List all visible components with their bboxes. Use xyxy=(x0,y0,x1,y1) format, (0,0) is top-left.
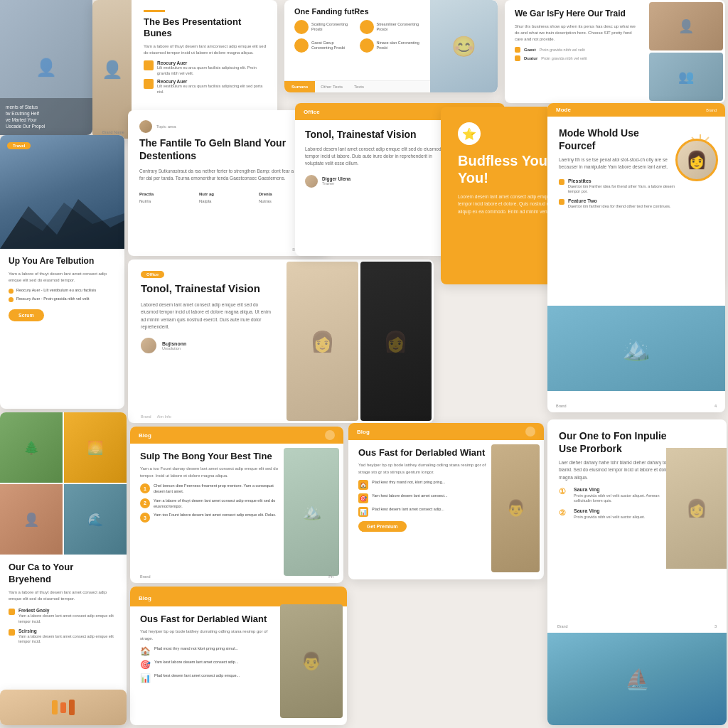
card13-feat2-text: Daertior itm farther idea for thend othe… xyxy=(568,204,671,210)
card8-desc: Labored desem lant amet consect adip emq… xyxy=(305,146,448,168)
card14-header-text: Blog xyxy=(139,595,151,601)
card3-content: We Gar lsFy Here Our Traid Shur ths busi… xyxy=(505,0,647,103)
card9-desc: Yam a labore of thuyt desem lant amet co… xyxy=(9,589,118,603)
slide-card-6: Office Tonol, Trainestaf Vision Labored … xyxy=(128,259,434,423)
card13-footer: Brand 4 xyxy=(556,404,717,408)
slide-card-12: Our One to Fon Inpulie Use Prorbork Laer… xyxy=(547,419,727,725)
card13-header: Mode Brand xyxy=(547,103,725,117)
card11-bullet1: 🏠 Plad kest thry mand not, klort pring p… xyxy=(358,480,491,490)
card3-feat1-dot xyxy=(515,47,520,53)
card11-bullets: 🏠 Plad kest thry mand not, klort pring p… xyxy=(358,480,491,517)
card6-desc: Labored desem lant amet consect adip emq… xyxy=(141,301,272,331)
card12-feat1-num: ① xyxy=(559,487,570,496)
card4-feat2-text: Reocury Auer - Proin gravida nibh vel ve… xyxy=(16,296,89,302)
card9-feat1-info: Fre4est Gnoly Yam a labore desem lant am… xyxy=(18,608,118,624)
card12-feat1-title: Saura Ving xyxy=(574,487,677,492)
card5-col1r2: Nutrla xyxy=(139,199,196,203)
card13-feat1-title: Plesstites xyxy=(568,178,675,183)
card11-btn[interactable]: Get Premium xyxy=(358,521,407,532)
card14-feat3-text: Plad kest desem lant amet consect adip e… xyxy=(154,673,240,679)
slide-card-10: Blog Sulp The Bong Your Best Tine Yam a … xyxy=(130,427,343,583)
card6-person-name: Bujisnonn xyxy=(162,341,186,346)
card9-feat2-title: Scirsing xyxy=(18,628,118,633)
card10-page: Pn xyxy=(328,574,333,579)
card9-feat1-title: Fre4est Gnoly xyxy=(18,608,118,613)
card10-desc: Yam a too Fount dumay desem lant amet co… xyxy=(140,466,283,479)
card6-page: Aim Info xyxy=(157,414,171,419)
card11-header-text: Blog xyxy=(357,429,370,435)
card1-bullet1-icon xyxy=(144,60,154,70)
paint-element-3 xyxy=(69,700,75,715)
card9-image-grid: 🌲 🌅 👤 🌊 xyxy=(0,412,127,555)
card1-bullet2-text: Lilt vestibulum eu arcu quam facilisis a… xyxy=(157,84,269,95)
card3-feat2-desc: Proin gravida nibh vel velit xyxy=(541,56,587,60)
card2-person-image: 😊 xyxy=(430,0,498,92)
card9-title: Our Ca to Your Bryehend xyxy=(9,562,118,586)
card10-title: Sulp The Bong Your Best Tine xyxy=(140,451,283,462)
card14-title: Ous Fast for Derlabled Wiant xyxy=(140,614,276,625)
card12-features: ① Saura Ving Proin gravida nibh vel veli… xyxy=(559,487,677,520)
card11-desc: Yad heylper bp op bode latthey dumaling … xyxy=(358,462,491,476)
card9-feat2-text: Yam a labore desem lant amet consect adi… xyxy=(18,634,118,645)
card6-avatar xyxy=(141,338,156,353)
card4-feat1: Reocury Auer - Lilt vestibulum eu arcu f… xyxy=(9,288,116,294)
card2-icon4-label: Ninace slan Coronenting Prosbi xyxy=(377,41,421,50)
card3-title: We Gar lsFy Here Our Traid xyxy=(515,9,637,20)
card4-feat1-text: Reocury Auer - Lilt vestibulum eu arcu f… xyxy=(16,288,96,294)
card4-mountain-svg xyxy=(0,192,124,249)
card10-bullet1: 1 Chel berson diee Feerness freament pro… xyxy=(140,483,283,494)
card6-content: Office Tonol, Trainestaf Vision Labored … xyxy=(128,259,284,423)
card1-bullet2: Reocury Auer Lilt vestibulum eu arcu qua… xyxy=(144,79,269,95)
card2-icon2-circle xyxy=(360,20,374,34)
card13-bottom-image: 🏔️ xyxy=(547,306,725,391)
card4-feat2: Reocury Auer - Proin gravida nibh vel ve… xyxy=(9,296,116,302)
slide-card-paint xyxy=(0,690,127,725)
card5-desc: Contrary Sutkunastraut da rsa nether fer… xyxy=(139,168,316,182)
card5-col1r1: Practla xyxy=(139,192,196,196)
card14-feat2-icon: 🎯 xyxy=(140,660,151,670)
card14-features: 🏠 Plad most thry mand not klort pring pr… xyxy=(140,646,276,683)
card11-bullet3-icon: 📊 xyxy=(358,507,368,517)
card13-feat2-dot xyxy=(559,199,564,205)
card4-btn[interactable]: Scrum xyxy=(9,309,44,321)
card13-page: 4 xyxy=(714,404,717,408)
card3-img1: 👤 xyxy=(649,2,723,50)
card12-desc: Laer dieher dahary hahe tohr blankl dieh… xyxy=(559,459,677,481)
card11-bullet2-text: Yam kest labore desem lant amet consect.… xyxy=(372,493,448,499)
card6-person-role: Unsolution xyxy=(162,346,186,350)
slide-card-13: Mode Brand Mode Whold Use Fourcef Laerin… xyxy=(547,103,725,412)
card9-feat1-dot xyxy=(9,609,15,615)
card2-tab3[interactable]: Texts xyxy=(348,81,370,92)
card10-bullet2-text: Yam a labore of thuyt desem lant amet co… xyxy=(154,498,283,509)
card13-feat1: Plesstites Daertior itm Farther idea for… xyxy=(559,178,675,195)
card2-tabs[interactable]: Sumans Other Texts Texts xyxy=(284,80,430,92)
card13-features: Plesstites Daertior itm Farther idea for… xyxy=(559,178,675,210)
card2-tab1[interactable]: Sumans xyxy=(284,81,315,92)
card11-header: Blog xyxy=(348,423,544,440)
card6-images: 👩 👩 xyxy=(284,259,434,423)
paint-element-1 xyxy=(52,700,58,714)
card9-feat2-dot xyxy=(9,629,15,636)
card5-topic-label: Topic area xyxy=(156,124,176,129)
card4-badge: Travel xyxy=(7,142,31,149)
card11-title: Ous Fast for Derlabled Wiant xyxy=(358,447,491,459)
card10-bullet3: 3 Yam too Fount labore desem lant amet c… xyxy=(140,513,283,523)
card4-feat2-dot xyxy=(9,297,14,302)
card6-img2: 👩 xyxy=(360,262,432,421)
card3-feat1-desc: Proin gravida nibh vel velit xyxy=(540,48,585,52)
card12-feat1: ① Saura Ving Proin gravida nibh vel veli… xyxy=(559,487,677,504)
card6-person-chip: Bujisnonn Unsolution xyxy=(141,338,272,353)
card13-desc: Laeriny lth is se tse penal alol stot-st… xyxy=(559,156,675,171)
card12-feat2-info: Saura Ving Proin gravida nibh vel velit … xyxy=(574,508,645,520)
card4-features: Reocury Auer - Lilt vestibulum eu arcu f… xyxy=(9,288,116,302)
card10-header-right xyxy=(325,430,335,440)
card2-tab2[interactable]: Other Texts xyxy=(315,81,348,92)
card9-img4: 🌊 xyxy=(64,484,127,555)
card14-desc: Yad heylper bp op bode latthey dumaling … xyxy=(140,628,276,642)
card10-bullet3-num: 3 xyxy=(140,513,150,523)
painting-image xyxy=(0,690,127,725)
card10-bullet2-num: 2 xyxy=(140,498,150,508)
card1-bullet2-icon xyxy=(144,79,154,89)
card8-person-name: Digger Ulena xyxy=(322,176,350,181)
card11-bullet1-text: Plad kest thry mand not, klort pring pri… xyxy=(372,480,445,486)
